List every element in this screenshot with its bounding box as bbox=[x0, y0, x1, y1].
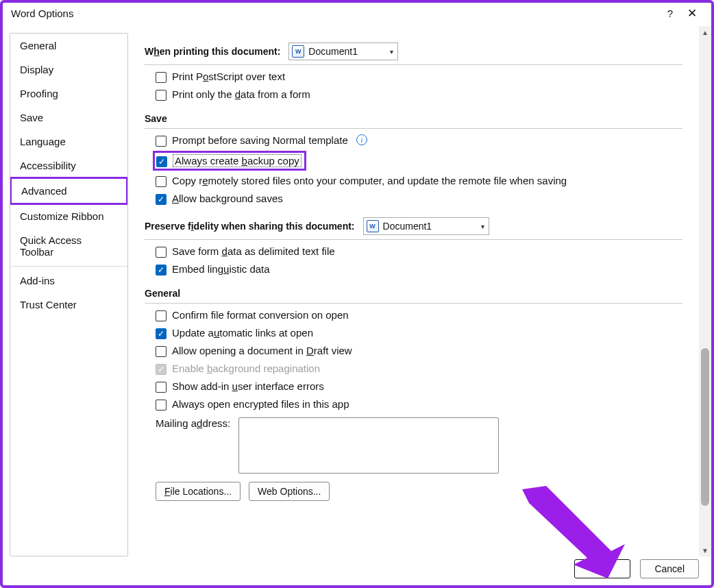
divider bbox=[145, 239, 682, 240]
section-general: General bbox=[145, 288, 682, 299]
sidebar-item-label: Advanced bbox=[21, 185, 67, 197]
help-button[interactable]: ? bbox=[659, 3, 681, 23]
opt-draft-view[interactable]: Allow opening a document in Draft view bbox=[145, 342, 682, 360]
sidebar-item-language[interactable]: Language bbox=[10, 130, 127, 154]
sidebar-item-label: Language bbox=[20, 136, 66, 147]
sidebar-divider bbox=[10, 266, 127, 267]
checkbox[interactable] bbox=[156, 72, 167, 83]
opt-label: Allow opening a document in Draft view bbox=[172, 345, 352, 356]
sidebar-item-label: Quick Access Toolbar bbox=[20, 234, 82, 258]
checkbox[interactable] bbox=[156, 156, 167, 167]
section-general-label: General bbox=[145, 288, 180, 299]
sidebar-item-trust-center[interactable]: Trust Center bbox=[10, 293, 127, 317]
opt-label: Save form data as delimited text file bbox=[172, 245, 335, 257]
checkbox-disabled bbox=[156, 364, 167, 375]
sidebar-item-save[interactable]: Save bbox=[10, 106, 127, 130]
checkbox[interactable] bbox=[156, 400, 167, 411]
checkbox[interactable] bbox=[156, 265, 167, 275]
opt-addin-errors[interactable]: Show add-in user interface errors bbox=[145, 378, 682, 395]
opt-label: Print PostScript over text bbox=[172, 71, 285, 82]
fidelity-document-value: Document1 bbox=[383, 221, 432, 232]
sidebar-item-label: Save bbox=[20, 112, 43, 123]
sidebar-item-proofing[interactable]: Proofing bbox=[10, 82, 127, 106]
ok-button[interactable]: OK bbox=[574, 559, 630, 578]
sidebar-item-add-ins[interactable]: Add-ins bbox=[10, 269, 127, 293]
checkbox[interactable] bbox=[156, 310, 167, 321]
sidebar-item-label: Display bbox=[20, 64, 53, 75]
fidelity-document-select[interactable]: W Document1 ▾ bbox=[363, 217, 489, 235]
window-title: Word Options bbox=[11, 8, 659, 19]
word-doc-icon: W bbox=[367, 220, 379, 232]
opt-copy-remote[interactable]: Copy remotely stored files onto your com… bbox=[145, 172, 682, 190]
checkbox[interactable] bbox=[156, 346, 167, 357]
sidebar-item-label: Proofing bbox=[20, 88, 58, 99]
titlebar: Word Options ? ✕ bbox=[3, 3, 711, 26]
divider bbox=[145, 128, 682, 129]
chevron-down-icon: ▾ bbox=[481, 223, 484, 230]
dialog-footer: OK Cancel bbox=[574, 559, 699, 578]
opt-label: Embed linguistic data bbox=[172, 263, 270, 275]
mailing-address-textarea[interactable] bbox=[238, 417, 499, 474]
checkbox[interactable] bbox=[156, 328, 167, 339]
sidebar-item-customize-ribbon[interactable]: Customize Ribbon bbox=[10, 204, 127, 228]
opt-label: Always create backup copy bbox=[173, 154, 301, 167]
opt-label: Update automatic links at open bbox=[172, 327, 313, 339]
opt-backup-copy[interactable]: Always create backup copy bbox=[153, 151, 306, 171]
sidebar-item-accessibility[interactable]: Accessibility bbox=[10, 154, 127, 177]
close-button[interactable]: ✕ bbox=[681, 3, 703, 23]
opt-prompt-normal[interactable]: Prompt before saving Normal template i bbox=[145, 132, 682, 149]
chevron-down-icon: ▾ bbox=[390, 48, 393, 56]
sidebar-item-quick-access-toolbar[interactable]: Quick Access Toolbar bbox=[10, 228, 127, 264]
sidebar-item-label: Add-ins bbox=[20, 275, 55, 286]
opt-auto-links[interactable]: Update automatic links at open bbox=[145, 324, 682, 342]
checkbox[interactable] bbox=[156, 136, 167, 147]
opt-label: Show add-in user interface errors bbox=[172, 380, 324, 392]
general-buttons: File Locations... Web Options... bbox=[145, 476, 682, 504]
scrollbar[interactable]: ▲ ▼ bbox=[699, 26, 711, 556]
sidebar-item-label: General bbox=[20, 40, 56, 51]
opt-encrypted[interactable]: Always open encrypted files in this app bbox=[145, 395, 682, 413]
opt-print-postscript[interactable]: Print PostScript over text bbox=[145, 68, 682, 86]
scroll-up-arrow-icon[interactable]: ▲ bbox=[699, 26, 711, 38]
dialog-body: General Display Proofing Save Language A… bbox=[3, 26, 711, 558]
section-save: Save bbox=[145, 113, 682, 124]
sidebar-item-general[interactable]: General bbox=[10, 34, 127, 58]
file-locations-button[interactable]: File Locations... bbox=[156, 482, 241, 501]
section-printing-label: When printing this document: bbox=[145, 46, 280, 57]
opt-linguistic[interactable]: Embed linguistic data bbox=[145, 260, 682, 278]
opt-label: Print only the data from a form bbox=[172, 88, 310, 100]
checkbox[interactable] bbox=[156, 247, 167, 258]
mailing-address-label: Mailing address: bbox=[156, 417, 230, 429]
divider bbox=[145, 303, 682, 304]
checkbox[interactable] bbox=[156, 194, 167, 205]
cancel-button[interactable]: Cancel bbox=[640, 559, 699, 578]
opt-label: Confirm file format conversion on open bbox=[172, 309, 349, 321]
scroll-down-arrow-icon[interactable]: ▼ bbox=[699, 544, 711, 556]
content-wrap: When printing this document: W Document1… bbox=[128, 26, 711, 558]
section-fidelity: Preserve fidelity when sharing this docu… bbox=[145, 217, 682, 235]
info-icon[interactable]: i bbox=[356, 134, 367, 145]
word-doc-icon: W bbox=[292, 45, 304, 58]
web-options-button[interactable]: Web Options... bbox=[249, 482, 330, 501]
sidebar-item-label: Customize Ribbon bbox=[20, 210, 104, 222]
scroll-thumb[interactable] bbox=[701, 348, 709, 506]
opt-label: Copy remotely stored files onto your com… bbox=[172, 175, 567, 186]
sidebar-item-advanced[interactable]: Advanced bbox=[10, 177, 128, 205]
printing-document-value: Document1 bbox=[308, 46, 358, 57]
mailing-address-row: Mailing address: bbox=[145, 413, 682, 476]
checkbox[interactable] bbox=[156, 90, 167, 101]
opt-delimited[interactable]: Save form data as delimited text file bbox=[145, 243, 682, 260]
printing-document-select[interactable]: W Document1 ▾ bbox=[288, 42, 398, 60]
opt-label: Prompt before saving Normal template bbox=[172, 134, 348, 146]
checkbox[interactable] bbox=[156, 176, 167, 187]
sidebar-item-label: Trust Center bbox=[20, 299, 77, 310]
opt-label: Allow background saves bbox=[172, 193, 283, 204]
opt-print-form-data[interactable]: Print only the data from a form bbox=[145, 86, 682, 103]
opt-background-repagination: Enable background repagination bbox=[145, 360, 682, 378]
opt-confirm-conversion[interactable]: Confirm file format conversion on open bbox=[145, 306, 682, 324]
content-pane: When printing this document: W Document1… bbox=[128, 26, 699, 556]
checkbox[interactable] bbox=[156, 382, 167, 393]
sidebar-item-display[interactable]: Display bbox=[10, 58, 127, 82]
opt-background-saves[interactable]: Allow background saves bbox=[145, 190, 682, 208]
section-save-label: Save bbox=[145, 113, 167, 124]
